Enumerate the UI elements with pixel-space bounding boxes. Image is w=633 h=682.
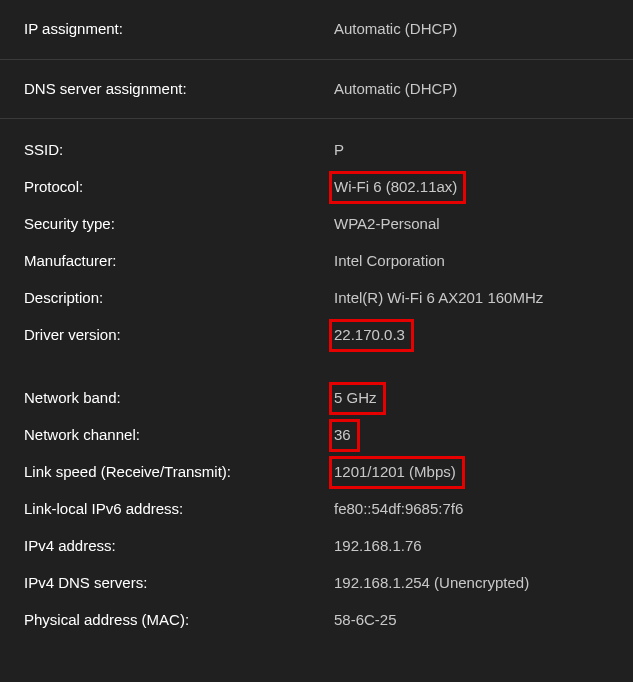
- protocol-label: Protocol:: [24, 176, 334, 199]
- channel-row: Network channel: 36: [24, 418, 633, 455]
- driver-row: Driver version: 22.170.0.3: [24, 318, 633, 355]
- mac-value: 58-6C-25: [334, 609, 417, 632]
- ip-assignment-section: IP assignment: Automatic (DHCP): [0, 0, 633, 59]
- mac-label: Physical address (MAC):: [24, 609, 334, 632]
- ssid-row: SSID: P: [24, 133, 633, 170]
- highlight-link-speed: 1201/1201 (Mbps): [329, 456, 465, 489]
- ipv4-dns-row: IPv4 DNS servers: 192.168.1.254 (Unencry…: [24, 566, 633, 603]
- description-row: Description: Intel(R) Wi-Fi 6 AX201 160M…: [24, 281, 633, 318]
- link-speed-row: Link speed (Receive/Transmit): 1201/1201…: [24, 455, 633, 492]
- link-speed-value: 1201/1201 (Mbps): [334, 461, 485, 489]
- ipv4-label: IPv4 address:: [24, 535, 334, 558]
- description-value: Intel(R) Wi-Fi 6 AX201 160MHz: [334, 287, 563, 310]
- dns-assignment-label: DNS server assignment:: [24, 78, 334, 101]
- ipv6-local-label: Link-local IPv6 address:: [24, 498, 334, 521]
- ip-assignment-label: IP assignment:: [24, 18, 334, 41]
- dns-assignment-row: DNS server assignment: Automatic (DHCP): [24, 78, 633, 101]
- manufacturer-row: Manufacturer: Intel Corporation: [24, 244, 633, 281]
- network-details-section: SSID: P Protocol: Wi-Fi 6 (802.11ax) Sec…: [0, 118, 633, 654]
- highlight-band: 5 GHz: [329, 382, 386, 415]
- band-label: Network band:: [24, 387, 334, 410]
- protocol-row: Protocol: Wi-Fi 6 (802.11ax): [24, 170, 633, 207]
- band-value: 5 GHz: [334, 387, 406, 415]
- ipv4-row: IPv4 address: 192.168.1.76: [24, 529, 633, 566]
- security-value: WPA2-Personal: [334, 213, 460, 236]
- ipv4-dns-label: IPv4 DNS servers:: [24, 572, 334, 595]
- protocol-value: Wi-Fi 6 (802.11ax): [334, 176, 486, 204]
- driver-value: 22.170.0.3: [334, 324, 434, 352]
- ipv6-local-row: Link-local IPv6 address: fe80::54df:9685…: [24, 492, 633, 529]
- security-row: Security type: WPA2-Personal: [24, 207, 633, 244]
- ip-assignment-row: IP assignment: Automatic (DHCP): [24, 18, 633, 41]
- ssid-value: P: [334, 139, 364, 162]
- dns-assignment-value: Automatic (DHCP): [334, 78, 477, 101]
- ipv4-value: 192.168.1.76: [334, 535, 442, 558]
- mac-row: Physical address (MAC): 58-6C-25: [24, 603, 633, 640]
- spacer: [24, 355, 633, 381]
- description-label: Description:: [24, 287, 334, 310]
- highlight-channel: 36: [329, 419, 360, 452]
- ipv6-local-value: fe80::54df:9685:7f6: [334, 498, 483, 521]
- highlight-protocol: Wi-Fi 6 (802.11ax): [329, 171, 466, 204]
- ssid-label: SSID:: [24, 139, 334, 162]
- dns-assignment-section: DNS server assignment: Automatic (DHCP): [0, 59, 633, 119]
- link-speed-label: Link speed (Receive/Transmit):: [24, 461, 334, 484]
- network-properties-panel: IP assignment: Automatic (DHCP) DNS serv…: [0, 0, 633, 654]
- ip-assignment-value: Automatic (DHCP): [334, 18, 477, 41]
- channel-label: Network channel:: [24, 424, 334, 447]
- band-row: Network band: 5 GHz: [24, 381, 633, 418]
- highlight-driver: 22.170.0.3: [329, 319, 414, 352]
- manufacturer-value: Intel Corporation: [334, 250, 465, 273]
- driver-label: Driver version:: [24, 324, 334, 347]
- ipv4-dns-value: 192.168.1.254 (Unencrypted): [334, 572, 549, 595]
- security-label: Security type:: [24, 213, 334, 236]
- manufacturer-label: Manufacturer:: [24, 250, 334, 273]
- channel-value: 36: [334, 424, 380, 452]
